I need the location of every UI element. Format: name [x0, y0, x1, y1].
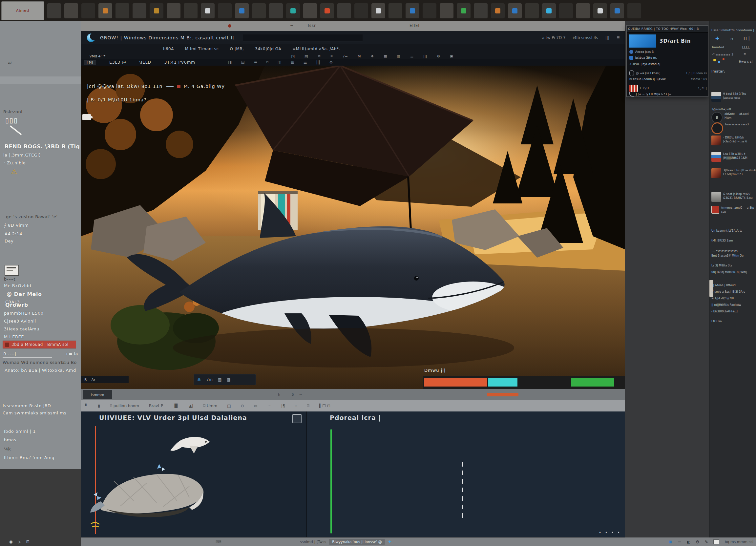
- taskbar-app-icon[interactable]: [371, 3, 385, 18]
- taskbar-app-icon[interactable]: [252, 3, 266, 18]
- grid-view-icon[interactable]: ⊞: [26, 539, 30, 544]
- sidebar-item[interactable]: pammbHER E500: [4, 311, 43, 316]
- settings-gear-icon[interactable]: ⚙: [696, 539, 700, 544]
- taskbar-app-icon[interactable]: [286, 3, 300, 18]
- asset-filter-label[interactable]: Immted: [712, 46, 724, 49]
- popup-header[interactable]: QUEIBA RRHEG | TO TOO HWAY Woo- 60 | B: [627, 26, 708, 32]
- toolbar-icon[interactable]: 7=: [343, 54, 348, 58]
- sidebar-item[interactable]: BFND BOGS. \3BD B (Tig: [5, 143, 80, 150]
- play-icon[interactable]: ▷: [18, 539, 21, 544]
- taskbar-app-icon[interactable]: [320, 3, 334, 18]
- asset-filter-label2[interactable]: EFFE: [742, 46, 750, 49]
- sidebar-item[interactable]: ge-'s zustno Bawat' 'e': [6, 214, 58, 219]
- taskbar-app-icon[interactable]: [423, 3, 436, 18]
- taskbar-window-preview[interactable]: Aimed: [1, 1, 44, 20]
- sidebar-item[interactable]: Dey: [5, 239, 13, 243]
- taskbar-app-icon[interactable]: [559, 3, 573, 18]
- mini-whale-white[interactable]: [170, 437, 210, 453]
- panel-corner-icon[interactable]: [292, 414, 302, 423]
- edit-pen-icon[interactable]: ✎: [705, 539, 708, 544]
- strip-icon[interactable]: |¶: [281, 404, 285, 408]
- taskbar-app-icon[interactable]: [184, 3, 198, 18]
- tab-row-icon[interactable]: ◨: [228, 60, 232, 65]
- strip-icon[interactable]: ▍☐ ⊡: [319, 404, 330, 408]
- sidebar-item[interactable]: ∱ 8D Vimm: [4, 223, 29, 228]
- tab-row-icon[interactable]: ▤: [241, 60, 244, 65]
- sidebar-item[interactable]: Me BxGvIdd: [4, 283, 31, 288]
- taskbar-app-icon[interactable]: [218, 3, 232, 18]
- sidebar-item[interactable]: ▯▯▯: [5, 116, 18, 124]
- camera-gizmo-icon[interactable]: [82, 114, 91, 120]
- taskbar-app-icon[interactable]: [337, 3, 351, 18]
- tab-row-icon[interactable]: ⌑: [266, 60, 268, 65]
- taskbar-app-icon[interactable]: [47, 3, 61, 18]
- strip-icon[interactable]: ⊙: [241, 404, 244, 408]
- sidebar-item[interactable]: += la: [65, 351, 78, 356]
- tab-fmi[interactable]: FMI: [84, 60, 96, 65]
- strip-icon[interactable]: ▲|: [189, 404, 193, 408]
- viewport-bottom-icon-ar[interactable]: Ar: [92, 378, 95, 382]
- taskbar-app-icon[interactable]: [491, 3, 505, 18]
- asset-list-item[interactable]: Ls 3| M8tta 3ts: [711, 263, 756, 267]
- toolbar-icon[interactable]: ⌗: [331, 54, 333, 58]
- taskbar-app-icon[interactable]: [98, 3, 112, 18]
- taskbar-app-icon[interactable]: [593, 3, 607, 18]
- taskbar-app-icon[interactable]: [508, 3, 522, 18]
- sidebar-item[interactable]: [5, 265, 19, 276]
- asset-list-item[interactable]: s' smlo a &ss| |B|3| 3A.c: [711, 290, 756, 294]
- asset-list-item[interactable]: 00| (48a| M8M8u. 8| Wm|: [711, 270, 756, 274]
- popup-menu-row[interactable]: J (+ ~ ly L0 Ml)a.>?3 |+: [629, 92, 707, 96]
- taskbar-app-icon[interactable]: [440, 3, 453, 18]
- back-arrow-icon[interactable]: ↵: [8, 60, 12, 66]
- taskbar-app-icon[interactable]: [525, 3, 539, 18]
- tab-row-icon[interactable]: ☰: [304, 60, 307, 65]
- sidebar-item[interactable]: '4k: [4, 447, 11, 451]
- strip-icon[interactable]: ⌁: [295, 404, 297, 408]
- sidebar-item[interactable]: Ithm= Bma' 'mm Amg: [4, 455, 54, 460]
- menu-item[interactable]: O |MB,: [230, 47, 244, 51]
- taskbar-app-icon[interactable]: [150, 3, 163, 18]
- timeline-tab[interactable]: Ismmm: [83, 390, 112, 399]
- toolbar-icon[interactable]: ▥: [397, 54, 400, 58]
- sidebar-item[interactable]: L1u Bo: [61, 360, 77, 365]
- taskbar-app-icon[interactable]: [201, 3, 215, 18]
- asset-list-item[interactable]: - E&3t00t&#Ht&ttt: [711, 309, 756, 313]
- sidebar-item[interactable]: A4 2:14: [5, 231, 22, 236]
- taskbar-app-icon[interactable]: [133, 3, 146, 18]
- taskbar-app-icon[interactable]: [167, 3, 180, 18]
- taskbar-app-icon[interactable]: [542, 3, 556, 18]
- tab-row-icon[interactable]: |||: [316, 60, 320, 65]
- asset-list-item[interactable]: | | &toaa | Bttoutl: [711, 283, 756, 287]
- taskbar-app-icon[interactable]: [406, 3, 419, 18]
- strip-icon[interactable]: ◫: [227, 404, 231, 408]
- scroll-pill[interactable]: [709, 280, 713, 297]
- popup-menu-row[interactable]: @ +a [ss3 koss( 1 / | |B3ooo ss: [629, 70, 707, 76]
- pillar-icon[interactable]: Π |: [744, 36, 750, 41]
- strip-icon[interactable]: ▘: [85, 404, 88, 408]
- sidebar-item[interactable]: 3bd a Mmouad | BmmA sol: [3, 341, 76, 348]
- sidebar-item[interactable]: Cjsee3 Avlonil: [4, 319, 36, 324]
- tab-row-icon[interactable]: ⚙: [329, 60, 333, 65]
- toolbar-icon[interactable]: ⚙: [437, 54, 440, 58]
- viewport-3d[interactable]: |cri @@wa lat: Okw/ 8o1 11n M. 4 Ga.blig…: [81, 66, 625, 389]
- strip-icon[interactable]: Bravt P: [149, 404, 163, 408]
- taskbar-app-icon[interactable]: [303, 3, 317, 18]
- columns-icon[interactable]: |||: [605, 35, 609, 40]
- menu-item[interactable]: 34k0|0|d GA: [255, 47, 281, 51]
- menu-item[interactable]: Ii60A: [163, 47, 174, 51]
- taskbar-app-icon[interactable]: [235, 3, 249, 18]
- menu-item[interactable]: M Imi Ttmani sc: [185, 47, 219, 51]
- white-swatch-icon[interactable]: [713, 539, 719, 544]
- taskbar-app-icon[interactable]: [64, 3, 78, 18]
- popup-menu-row[interactable]: bs\bua 3tto m.: [629, 56, 707, 60]
- sidebar-item[interactable]: ia |,3mm,GTEGi): [3, 153, 41, 157]
- status-center-pill[interactable]: Blwyynaka 'ous |l lonsse' @: [329, 539, 385, 545]
- tab-file[interactable]: E3L3 @: [109, 60, 126, 65]
- taskbar-app-icon[interactable]: [627, 3, 641, 18]
- sidebar-item[interactable]: Rsleznnl: [3, 109, 22, 114]
- strip-icon[interactable]: ⌸ Umm: [203, 404, 217, 408]
- asset-list-item[interactable]: 8 ab&nte — at.asel Httm: [711, 112, 756, 123]
- strip-icon[interactable]: ▐▌: [173, 404, 179, 408]
- pattern-icon[interactable]: ▩: [227, 377, 230, 382]
- float-toolbar-label[interactable]: 7m: [206, 377, 213, 382]
